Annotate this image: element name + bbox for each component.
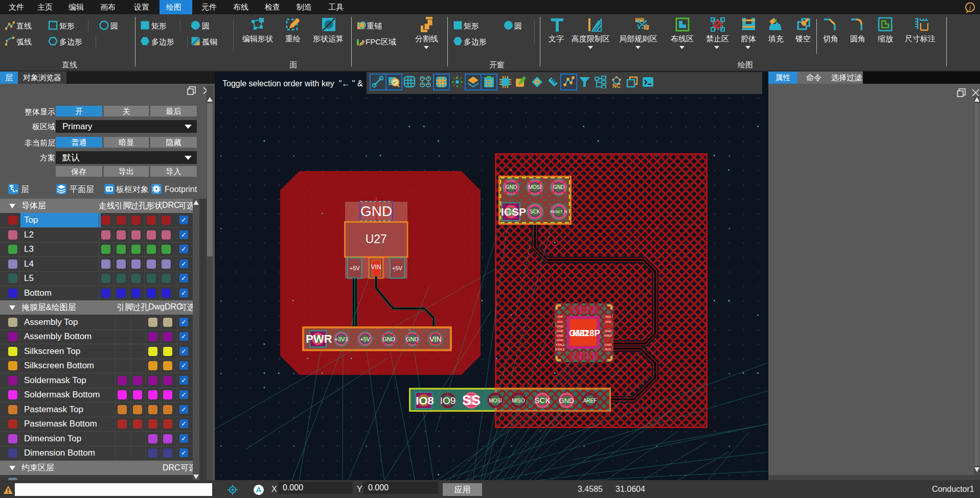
svg-text:GND: GND [557, 339, 564, 342]
svg-text:GND: GND [557, 329, 564, 333]
svg-text:SCK: SCK [530, 209, 540, 215]
svg-text:SS: SS [462, 393, 481, 408]
svg-text:GND: GND [406, 336, 419, 342]
svg-text:PWR: PWR [306, 333, 332, 345]
svg-text:IOA: IOA [557, 320, 562, 323]
svg-text:XTAL1: XTAL1 [556, 348, 565, 351]
svg-text:GND: GND [605, 343, 612, 346]
svg-text:GND: GND [553, 184, 564, 190]
svg-text:GND: GND [382, 336, 395, 342]
svg-text:i: i [969, 4, 971, 11]
svg-text:AD1: AD1 [605, 315, 611, 318]
svg-text:AD0: AD0 [605, 320, 611, 323]
svg-text:GND: GND [557, 325, 564, 328]
svg-text:VIN: VIN [429, 335, 441, 343]
svg-text:GND: GND [360, 203, 392, 219]
svg-text:M328P: M328P [573, 328, 600, 338]
svg-text:ICSP: ICSP [501, 206, 526, 218]
svg-text:+5V: +5V [350, 265, 360, 271]
svg-text:IO9: IO9 [440, 395, 456, 406]
svg-text:MOSI: MOSI [529, 184, 542, 190]
svg-text:GND: GND [506, 184, 517, 190]
svg-text:GND: GND [559, 397, 574, 405]
svg-text:U27: U27 [366, 232, 387, 246]
svg-text:IO8: IO8 [416, 394, 434, 407]
svg-text:+5V: +5V [392, 265, 403, 271]
svg-text:NC: NC [612, 83, 621, 88]
svg-text:IO8: IO8 [558, 315, 563, 318]
svg-text:RESET_N: RESET_N [551, 210, 567, 214]
svg-text:MISO: MISO [512, 398, 525, 404]
svg-text:VIN: VIN [371, 264, 381, 271]
svg-text:A: A [256, 485, 262, 494]
svg-text:XTAL2: XTAL2 [556, 343, 565, 346]
svg-text:GND: GND [557, 334, 564, 337]
svg-text:SCK: SCK [605, 348, 611, 351]
svg-text:MOSI: MOSI [489, 398, 502, 404]
